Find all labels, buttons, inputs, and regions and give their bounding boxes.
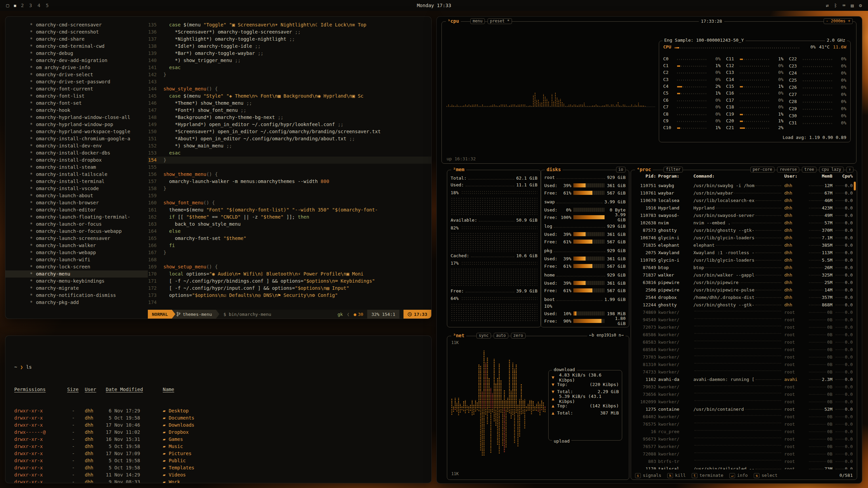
folder-link[interactable]: ▰Work: [163, 479, 431, 483]
proc-row[interactable]: 76577kworker/root0B0.0: [634, 443, 853, 450]
folder-link[interactable]: ▰Desktop: [163, 407, 431, 414]
button-reverse[interactable]: reverse: [777, 167, 799, 172]
proc-row[interactable]: 102099kworker/root0B0.0: [634, 398, 853, 405]
file-item[interactable]: *omarchy-cmd-screenshot: [5, 28, 148, 36]
button-sync[interactable]: sync: [476, 333, 491, 339]
proc-row[interactable]: 110751swaybg/usr/bin/swaybg -i /homdhh12…: [634, 182, 853, 189]
proc-column-header[interactable]: Cpu%: [834, 174, 853, 179]
io-mode-button[interactable]: io: [616, 167, 626, 172]
proc-row[interactable]: 1162avahi-daavahi-daemon: running [avahi…: [634, 375, 853, 383]
proc-row[interactable]: 72088kworker/root0B0.0: [634, 450, 853, 458]
proc-row[interactable]: 803btrfs-trroot0B0.0: [634, 458, 853, 465]
proc-row[interactable]: 2075XwaylandXwayland :1 -rootless -dhh11…: [634, 249, 853, 256]
proc-row[interactable]: 12244ghostty/usr/bin/ghostty --gtk-dhh86…: [634, 301, 853, 308]
code-line[interactable]: 164 else: [148, 228, 431, 235]
file-item[interactable]: *omarchy-install-steam: [5, 164, 148, 171]
file-item[interactable]: *omarchy-launch-wifi: [5, 256, 148, 263]
folder-link[interactable]: ▰Templates: [163, 464, 431, 471]
proc-row[interactable]: 87649btopbtopdhh26M0.0: [634, 264, 853, 271]
code-line[interactable]: 168: [148, 256, 431, 263]
code-line[interactable]: 166 fi: [148, 242, 431, 249]
button-cpu-lazy[interactable]: cpu lazy: [819, 167, 844, 172]
proc-row[interactable]: 110761waybar/usr/bin/waybardhh67M0.0: [634, 189, 853, 197]
btop-window[interactable]: ¹cpu menupreset * 17:33:28 - 2000ms + up…: [437, 17, 862, 483]
file-item[interactable]: *omarchy-hook: [5, 107, 148, 114]
footer-signals[interactable]: ssignals: [635, 473, 661, 478]
file-item[interactable]: *omarchy-launch-about: [5, 192, 148, 199]
settings-icon[interactable]: ⚙: [859, 3, 862, 8]
file-item[interactable]: *omarchy-hyprland-window-pop: [5, 121, 148, 128]
folder-link[interactable]: ▰Music: [163, 443, 431, 450]
folder-link[interactable]: ▰Dropbox: [163, 429, 431, 436]
editor-main[interactable]: 135 case $(menu "Toggle" "▣ Screensaver\…: [148, 17, 431, 319]
file-item[interactable]: *om archy-drive-info: [5, 64, 148, 71]
proc-row[interactable]: 73703kworker/root0B0.0: [634, 353, 853, 361]
proc-column-header[interactable]: Pid:: [634, 174, 656, 179]
file-item[interactable]: *omarchy-cmd-share: [5, 36, 148, 43]
proc-row[interactable]: 74869kworker/root0B0.0: [634, 308, 853, 316]
proc-row[interactable]: 68583kworker/root0B0.0: [634, 338, 853, 346]
footer-info[interactable]: ↵info: [729, 473, 748, 478]
file-item[interactable]: *omarchy-launch-webapp: [5, 249, 148, 256]
code-line[interactable]: 170 local options="◉ Audio\n☂ Wifi\nᛒ Bl…: [148, 270, 431, 278]
proc-row[interactable]: 106746glycin-i/usr/lib/glycin-loadersdhh…: [634, 234, 853, 241]
folder-link[interactable]: ▰Videos: [163, 471, 431, 479]
file-item[interactable]: *omarchy-launch-browser: [5, 199, 148, 206]
file-item[interactable]: *omarchy-hyprland-window-close-all: [5, 114, 148, 121]
workspace-button[interactable]: 5: [46, 3, 48, 8]
proc-column-header[interactable]: Command:: [693, 174, 782, 179]
proc-row[interactable]: 72073kworker/root0B0.0: [634, 323, 853, 331]
file-item[interactable]: *omarchy-lock-screen: [5, 263, 148, 270]
code-line[interactable]: 172 [ -f ~/.config/hypr/input.conf ] && …: [148, 285, 431, 292]
proc-row[interactable]: 68402kworker/root0B0.0: [634, 413, 853, 420]
file-item[interactable]: *omarchy-launch-editor: [5, 206, 148, 214]
code-line[interactable]: 135 case $(menu "Toggle" "▣ Screensaver\…: [148, 21, 431, 28]
file-item[interactable]: *omarchy-dev-add-migration: [5, 57, 148, 64]
code-line[interactable]: 158}: [148, 185, 431, 192]
file-item[interactable]: *omarchy-cmd-terminal-cwd: [5, 43, 148, 50]
proc-row[interactable]: 79032kworker/root0B0.0: [634, 383, 853, 390]
folder-link[interactable]: ▰Documents: [163, 414, 431, 422]
proc-column-header[interactable]: Program:: [658, 174, 691, 179]
code-line[interactable]: 149 *Hyprland*) open_in_editor ~/.config…: [148, 121, 431, 128]
file-item[interactable]: *omarchy-migrate: [5, 285, 148, 292]
code-line[interactable]: 156show_theme_menu() {: [148, 171, 431, 178]
proc-row[interactable]: 110785glycin-i/usr/lib/glycin-loadersdhh…: [634, 256, 853, 264]
code-line[interactable]: 142}: [148, 71, 431, 78]
code-line[interactable]: 167}: [148, 249, 431, 256]
bluetooth-icon[interactable]: ᛒ: [834, 3, 837, 8]
file-item[interactable]: *omarchy-install-docker-dbs: [5, 149, 148, 157]
code-line[interactable]: 169show_setup_menu() {: [148, 263, 431, 270]
code-line[interactable]: 152 *) show_main_menu ;;: [148, 142, 431, 149]
keyboard-icon[interactable]: ⌨: [843, 3, 845, 8]
code-line[interactable]: 153 esac: [148, 149, 431, 157]
editor-window[interactable]: *omarchy-cmd-screensaver*omarchy-cmd-scr…: [5, 17, 431, 319]
code-line[interactable]: 148 *Background*) omarchy-theme-bg-next …: [148, 114, 431, 121]
proc-row[interactable]: 95673kworker/root0B0.0: [634, 435, 853, 443]
code-line[interactable]: 146 *Theme*) show_theme_menu ;;: [148, 100, 431, 107]
proc-row[interactable]: 1916HyprlandHyprlanddhh423M0.0: [634, 204, 853, 211]
net-interface[interactable]: ←b enp191s0 n→: [587, 333, 626, 338]
proc-panel-title[interactable]: ⁴proc: [635, 167, 653, 172]
workspace-button[interactable]: 3: [29, 3, 32, 8]
proc-row[interactable]: 110670localsea/usr/lib/localsearch-exdhh…: [634, 197, 853, 204]
disks-panel-title[interactable]: disks: [545, 167, 563, 172]
proc-row[interactable]: 110783swayosd-/usr/bin/swayosd-serverdhh…: [634, 211, 853, 219]
code-line[interactable]: 154}: [148, 157, 431, 164]
proc-row[interactable]: 76575kworker/root0B0.0: [634, 420, 853, 428]
proc-row[interactable]: 16rcu_preeroot0B0.0: [634, 428, 853, 435]
workspace-button[interactable]: 4: [38, 3, 40, 8]
code-line[interactable]: 171 [ -f ~/.config/hypr/bindings.conf ] …: [148, 278, 431, 285]
code-line[interactable]: 151 *About*) open_in_editor ~/.config/om…: [148, 135, 431, 142]
display-icon[interactable]: ▤: [851, 3, 853, 8]
footer-terminate[interactable]: tterminate: [692, 473, 723, 478]
file-item[interactable]: *omarchy-install-dropbox: [5, 157, 148, 164]
code-line[interactable]: 157 omarchy-launch-walker -m menus:omarc…: [148, 178, 431, 185]
file-item[interactable]: *omarchy-install-terminal: [5, 178, 148, 185]
code-line[interactable]: 174: [148, 299, 431, 306]
code-line[interactable]: 138 *Idle*) omarchy-toggle-idle ;;: [148, 43, 431, 50]
update-interval-control[interactable]: - 2000ms +: [824, 18, 853, 24]
proc-row[interactable]: 1275containe/usr/bin/containerdroot52M0.…: [634, 405, 853, 413]
proc-row[interactable]: 87573ghostty/usr/bin/ghostty --gtk-dhh37…: [634, 226, 853, 234]
button-menu[interactable]: menu: [470, 18, 485, 24]
